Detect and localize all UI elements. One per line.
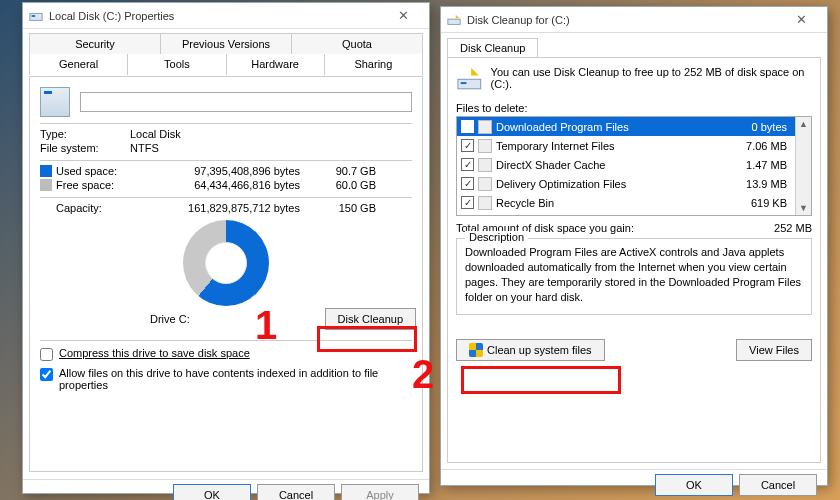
disk-cleanup-icon	[447, 13, 461, 27]
intro-text: You can use Disk Cleanup to free up to 2…	[491, 66, 812, 94]
tab-row-top: Security Previous Versions Quota	[29, 33, 423, 55]
tab-hardware[interactable]: Hardware	[226, 54, 324, 75]
free-bytes: 64,434,466,816 bytes	[146, 179, 314, 191]
file-list[interactable]: Downloaded Program Files0 bytes✓Temporar…	[456, 116, 812, 216]
file-name: Temporary Internet Files	[496, 140, 731, 152]
file-row-2[interactable]: ✓DirectX Shader Cache1.47 MB	[457, 155, 795, 174]
usage-pie	[183, 220, 269, 306]
ok-button[interactable]: OK	[655, 474, 733, 496]
annotation-1: 1	[255, 303, 277, 348]
disk-cleanup-large-icon	[456, 66, 483, 94]
capacity-gb: 150 GB	[314, 202, 376, 214]
dialog-buttons: OK Cancel	[441, 469, 827, 499]
free-gb: 60.0 GB	[314, 179, 376, 191]
general-pane: Type:Local Disk File system:NTFS Used sp…	[29, 76, 423, 472]
ok-button[interactable]: OK	[173, 484, 251, 501]
cleanup-system-files-label: Clean up system files	[487, 344, 592, 356]
folder-icon	[478, 120, 492, 134]
file-size: 619 KB	[731, 197, 791, 209]
tab-disk-cleanup[interactable]: Disk Cleanup	[447, 38, 538, 58]
file-size: 1.47 MB	[731, 159, 791, 171]
checkbox[interactable]: ✓	[461, 177, 474, 190]
cancel-button[interactable]: Cancel	[739, 474, 817, 496]
svg-rect-1	[32, 15, 36, 17]
capacity-label: Capacity:	[56, 202, 146, 214]
file-row-1[interactable]: ✓Temporary Internet Files7.06 MB	[457, 136, 795, 155]
used-gb: 90.7 GB	[314, 165, 376, 177]
tab-quota[interactable]: Quota	[291, 33, 423, 54]
tab-tools[interactable]: Tools	[127, 54, 225, 75]
used-label: Used space:	[56, 165, 146, 177]
type-label: Type:	[40, 128, 130, 140]
type-value: Local Disk	[130, 128, 181, 140]
used-bytes: 97,395,408,896 bytes	[146, 165, 314, 177]
tab-general[interactable]: General	[29, 54, 127, 75]
file-name: DirectX Shader Cache	[496, 159, 731, 171]
checkbox[interactable]: ✓	[461, 139, 474, 152]
properties-window: Local Disk (C:) Properties ✕ Security Pr…	[22, 2, 430, 494]
tab-row-bottom: General Tools Hardware Sharing	[29, 54, 423, 76]
checkbox[interactable]	[461, 120, 474, 133]
drive-large-icon	[40, 87, 70, 117]
file-row-4[interactable]: ✓Recycle Bin619 KB	[457, 193, 795, 212]
tab-sharing[interactable]: Sharing	[324, 54, 423, 75]
drive-icon	[29, 9, 43, 23]
lock-icon	[478, 139, 492, 153]
titlebar[interactable]: Disk Cleanup for (C:) ✕	[441, 7, 827, 33]
disk-cleanup-window: Disk Cleanup for (C:) ✕ Disk Cleanup You…	[440, 6, 828, 486]
view-files-button[interactable]: View Files	[736, 339, 812, 361]
used-swatch	[40, 165, 52, 177]
index-label: Allow files on this drive to have conten…	[59, 367, 412, 391]
tab-strip: Disk Cleanup	[447, 37, 821, 57]
files-to-delete-label: Files to delete:	[456, 102, 812, 114]
checkbox[interactable]: ✓	[461, 196, 474, 209]
file-size: 7.06 MB	[731, 140, 791, 152]
checkbox[interactable]: ✓	[461, 158, 474, 171]
file-icon	[478, 177, 492, 191]
tab-previous-versions[interactable]: Previous Versions	[160, 33, 291, 54]
index-checkbox[interactable]: Allow files on this drive to have conten…	[40, 367, 412, 391]
capacity-bytes: 161,829,875,712 bytes	[146, 202, 314, 214]
annotation-2: 2	[412, 352, 434, 397]
titlebar[interactable]: Local Disk (C:) Properties ✕	[23, 3, 429, 29]
file-name: Delivery Optimization Files	[496, 178, 731, 190]
scrollbar[interactable]	[795, 117, 811, 215]
free-label: Free space:	[56, 179, 146, 191]
dialog-buttons: OK Cancel Apply	[23, 479, 429, 500]
description-label: Description	[465, 231, 528, 243]
close-button[interactable]: ✕	[383, 3, 423, 28]
file-size: 13.9 MB	[731, 178, 791, 190]
cleanup-system-files-button[interactable]: Clean up system files	[456, 339, 605, 361]
shield-icon	[469, 343, 483, 357]
highlight-disk-cleanup	[317, 326, 417, 352]
total-value: 252 MB	[774, 222, 812, 234]
svg-rect-2	[448, 19, 460, 24]
file-icon	[478, 158, 492, 172]
apply-button[interactable]: Apply	[341, 484, 419, 501]
cancel-button[interactable]: Cancel	[257, 484, 335, 501]
free-swatch	[40, 179, 52, 191]
compress-label: Compress this drive to save disk space	[59, 347, 250, 359]
close-button[interactable]: ✕	[781, 7, 821, 32]
file-size: 0 bytes	[731, 121, 791, 133]
svg-rect-4	[461, 82, 467, 84]
fs-value: NTFS	[130, 142, 159, 154]
file-name: Downloaded Program Files	[496, 121, 731, 133]
description-text: Downloaded Program Files are ActiveX con…	[465, 245, 803, 304]
window-title: Disk Cleanup for (C:)	[467, 14, 781, 26]
file-row-3[interactable]: ✓Delivery Optimization Files13.9 MB	[457, 174, 795, 193]
window-title: Local Disk (C:) Properties	[49, 10, 383, 22]
bin-icon	[478, 196, 492, 210]
drive-label: Drive C:	[150, 313, 190, 325]
tab-security[interactable]: Security	[29, 33, 160, 54]
cleanup-pane: You can use Disk Cleanup to free up to 2…	[447, 57, 821, 463]
volume-label-input[interactable]	[80, 92, 412, 112]
file-row-0[interactable]: Downloaded Program Files0 bytes	[457, 117, 795, 136]
highlight-cleanup-system-files	[461, 366, 621, 394]
file-name: Recycle Bin	[496, 197, 731, 209]
svg-rect-3	[458, 79, 481, 88]
description-group: Description Downloaded Program Files are…	[456, 238, 812, 315]
fs-label: File system:	[40, 142, 130, 154]
